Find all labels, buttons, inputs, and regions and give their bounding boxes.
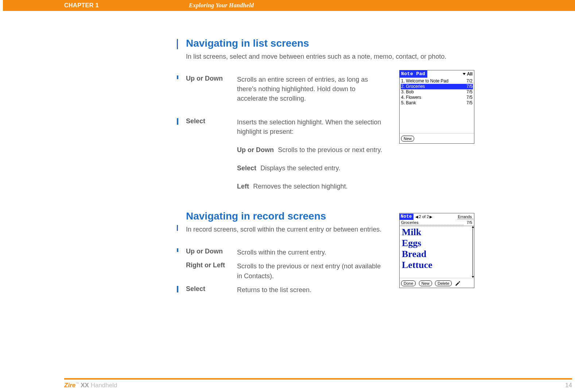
handwriting-line: Eggs [402, 238, 472, 249]
header-page-title: Exploring Your Handheld [189, 2, 254, 9]
notepad-row-date: 7/2 [466, 78, 473, 84]
page-footer: Zire™ XX Handheld 14 [3, 378, 572, 392]
term-record-select: Select [186, 285, 237, 293]
brand-rest: Handheld [89, 382, 117, 389]
notepad-row[interactable]: 4. Flowers7/5 [401, 95, 473, 100]
notepad-row-date: 7/5 [466, 95, 473, 100]
sub-select: Select Displays the selected entry. [237, 163, 386, 173]
note-page-indicator: 2 of 2 [419, 214, 429, 219]
brand-tm: ™ [75, 382, 79, 385]
notepad-row-title: 1. Welcome to Note Pad [401, 78, 448, 84]
heading-accent-bar [177, 39, 178, 49]
figure-notepad-list: Note Pad All 1. Welcome to Note Pad7/22.… [399, 70, 476, 144]
sub-term-left: Left [237, 183, 251, 190]
notepad-category-label: All [467, 71, 473, 77]
chapter-label: CHAPTER 1 [64, 2, 99, 9]
term-record-up-down: Up or Down [186, 248, 237, 255]
sub-term-up-or-down: Up or Down [237, 146, 276, 154]
note-scrollbar[interactable] [472, 226, 474, 278]
notepad-row-title: 2. Groceries [401, 84, 425, 89]
note-page-nav[interactable]: ◀ 2 of 2 ▶ [413, 214, 435, 219]
note-category-picker[interactable]: Errands [458, 214, 473, 219]
section-list-intro: In list screens, select and move between… [186, 52, 474, 61]
note-body[interactable]: MilkEggsBreadLettuce [400, 226, 474, 278]
sub-left: Left Removes the selection highlight. [237, 182, 386, 191]
notepad-app-title: Note Pad [400, 70, 427, 78]
term-record-right-left: Right or Left [186, 261, 237, 269]
note-new-button[interactable]: New [419, 280, 432, 286]
note-delete-button[interactable]: Delete [435, 280, 452, 286]
notepad-row-date: 7/5 [466, 84, 473, 89]
notepad-category-picker[interactable]: All [463, 71, 474, 77]
notepad-row-title: 3. Bob [401, 89, 414, 95]
notepad-row[interactable]: 5. Bank7/5 [401, 100, 473, 106]
note-done-button[interactable]: Done [401, 280, 416, 286]
note-entry-title[interactable]: Groceries [401, 220, 464, 225]
notepad-new-button[interactable]: New [401, 136, 414, 141]
section-list-title: Navigating in list screens [186, 38, 474, 48]
brand-zire: Zire [64, 382, 75, 389]
notepad-row[interactable]: 1. Welcome to Note Pad7/2 [401, 78, 473, 84]
bullet-marker [177, 75, 178, 79]
footer-rule [64, 378, 572, 380]
notepad-row[interactable]: 3. Bob7/5 [401, 89, 473, 95]
section-list-heading: Navigating in list screens In list scree… [186, 38, 474, 61]
handwriting-line: Milk [402, 227, 472, 238]
figure-note-record: Note ◀ 2 of 2 ▶ Errands Groceries 7/5 Mi… [399, 213, 476, 288]
dropdown-icon [463, 73, 466, 75]
note-date: 7/5 [467, 220, 472, 225]
bullet-marker [177, 118, 178, 125]
footer-brand: Zire™ XX Handheld [64, 382, 117, 389]
desc-select: Inserts the selection highlight. When th… [237, 117, 386, 136]
bullet-marker [177, 286, 178, 292]
notepad-row-date: 7/5 [466, 89, 473, 95]
notepad-row-title: 5. Bank [401, 100, 416, 106]
desc-record-select: Returns to the list screen. [237, 285, 386, 295]
sub-up-or-down: Up or Down Scrolls to the previous or ne… [237, 145, 386, 155]
sub-desc-up-or-down: Scrolls to the previous or next entry. [278, 146, 382, 154]
sub-desc-left: Removes the selection highlight. [253, 183, 347, 190]
prev-icon[interactable]: ◀ [415, 215, 419, 219]
desc-up-or-down: Scrolls an entire screen of entries, as … [237, 75, 386, 103]
notepad-row-title: 4. Flowers [401, 95, 421, 100]
pen-icon[interactable] [455, 281, 461, 286]
sub-term-select: Select [237, 164, 259, 172]
heading-accent-bar [177, 225, 178, 231]
header-bar: CHAPTER 1 Exploring Your Handheld [3, 0, 575, 11]
brand-model: XX [79, 382, 89, 389]
next-icon[interactable]: ▶ [429, 215, 433, 219]
term-up-or-down: Up or Down [186, 75, 237, 82]
handwriting-line: Lettuce [402, 260, 472, 271]
notepad-row-date: 7/5 [466, 100, 473, 106]
desc-record-up-down: Scrolls within the current entry. [237, 248, 386, 257]
sub-desc-select: Displays the selected entry. [260, 164, 340, 172]
page-number: 14 [565, 382, 572, 389]
notepad-list[interactable]: 1. Welcome to Note Pad7/22. Groceries7/5… [400, 78, 474, 133]
notepad-row[interactable]: 2. Groceries7/5 [401, 84, 473, 89]
desc-record-right-left: Scrolls to the previous or next entry (n… [237, 261, 386, 280]
note-app-title: Note [400, 214, 413, 220]
term-select: Select [186, 117, 237, 125]
bullet-marker [177, 248, 178, 252]
handwriting-line: Bread [402, 249, 472, 260]
